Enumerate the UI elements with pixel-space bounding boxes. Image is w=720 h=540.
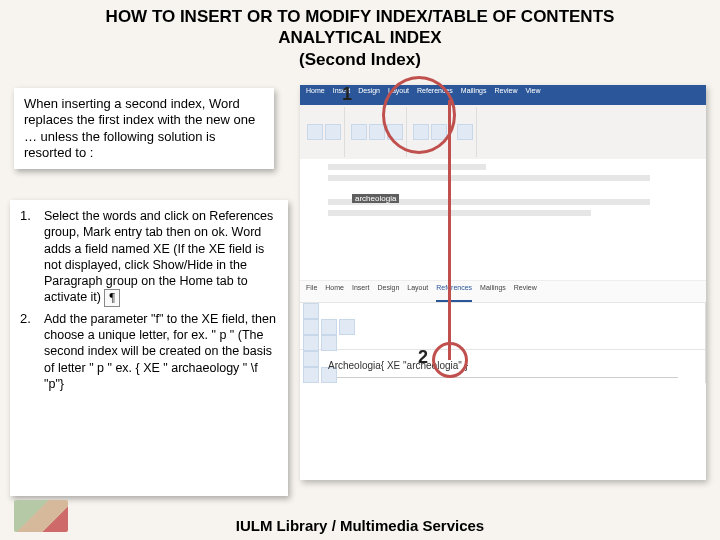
- ribbon-icon[interactable]: [325, 124, 341, 140]
- ribbon-tab[interactable]: Mailings: [480, 284, 506, 302]
- ribbon-tab-active[interactable]: References: [436, 284, 472, 302]
- intro-panel: When inserting a second index, Word repl…: [14, 88, 274, 169]
- step-row: 2. Add the parameter "f" to the XE field…: [20, 311, 278, 392]
- ribbon-tab[interactable]: File: [306, 284, 317, 302]
- text-line: [328, 210, 591, 216]
- ribbon-tab[interactable]: Home: [306, 87, 325, 105]
- highlighted-word[interactable]: archeologia: [352, 194, 399, 203]
- step-number: 1.: [20, 208, 44, 307]
- connector-line: [448, 100, 451, 360]
- ribbon-tab[interactable]: Layout: [407, 284, 428, 302]
- ribbon-group: [300, 335, 706, 351]
- ribbon-tab[interactable]: Review: [495, 87, 518, 105]
- text-line: [328, 164, 486, 170]
- ribbon-icon[interactable]: [307, 124, 323, 140]
- step-text: Select the words and click on References…: [44, 208, 278, 307]
- callout-circle-1: [382, 76, 456, 154]
- ribbon-icon[interactable]: [303, 351, 319, 367]
- ribbon-icon[interactable]: [351, 124, 367, 140]
- ribbon-tabbar: File Home Insert Design Layout Reference…: [300, 281, 706, 303]
- footer-text: IULM Library / Multimedia Services: [0, 517, 720, 534]
- steps-panel: 1. Select the words and click on Referen…: [10, 200, 288, 496]
- ribbon-icon[interactable]: [321, 335, 337, 351]
- ribbon-group: [304, 107, 345, 157]
- word-screenshot: Home Insert Design Layout References Mai…: [300, 85, 706, 480]
- word-ribbon-top: Home Insert Design Layout References Mai…: [300, 85, 706, 156]
- ribbon-tab[interactable]: Home: [325, 284, 344, 302]
- ribbon-group: [300, 319, 706, 335]
- title-line2: ANALYTICAL INDEX: [0, 27, 720, 48]
- page-heading: HOW TO INSERT OR TO MODIFY INDEX/TABLE O…: [0, 0, 720, 70]
- ribbon-tabbar: Home Insert Design Layout References Mai…: [300, 85, 706, 105]
- ribbon-icon[interactable]: [339, 319, 355, 335]
- ribbon-group: [454, 107, 477, 157]
- text-line: [328, 175, 650, 181]
- intro-text: When inserting a second index, Word repl…: [24, 96, 255, 160]
- document-body: archeologia: [328, 164, 678, 274]
- ribbon-tab[interactable]: Mailings: [461, 87, 487, 105]
- callout-2: 2: [418, 347, 428, 368]
- ribbon-tab[interactable]: Review: [514, 284, 537, 302]
- ribbon-tab[interactable]: Design: [358, 87, 380, 105]
- ribbon-body: [300, 105, 706, 159]
- ribbon-tab[interactable]: Insert: [352, 284, 370, 302]
- ribbon-icon[interactable]: [303, 319, 319, 335]
- callout-1: 1: [342, 84, 352, 105]
- word-ribbon-bottom: File Home Insert Design Layout Reference…: [300, 280, 706, 350]
- step-row: 1. Select the words and click on Referen…: [20, 208, 278, 307]
- ribbon-icon[interactable]: [321, 319, 337, 335]
- showhide-icon: ¶: [104, 289, 119, 307]
- ribbon-tab[interactable]: Design: [377, 284, 399, 302]
- title-line1: HOW TO INSERT OR TO MODIFY INDEX/TABLE O…: [0, 6, 720, 27]
- step-text: Add the parameter "f" to the XE field, t…: [44, 311, 278, 392]
- step-number: 2.: [20, 311, 44, 392]
- ribbon-icon[interactable]: [457, 124, 473, 140]
- title-line3: (Second Index): [0, 49, 720, 70]
- ribbon-group: [300, 303, 706, 319]
- callout-circle-2: [432, 342, 468, 378]
- ribbon-icon[interactable]: [303, 335, 319, 351]
- ribbon-icon[interactable]: [303, 303, 319, 319]
- ribbon-tab[interactable]: View: [525, 87, 540, 105]
- xe-field-line: Archeologia{ XE "archeologia" }: [328, 360, 678, 378]
- ribbon-icon[interactable]: [369, 124, 385, 140]
- ribbon-icon[interactable]: [303, 367, 319, 383]
